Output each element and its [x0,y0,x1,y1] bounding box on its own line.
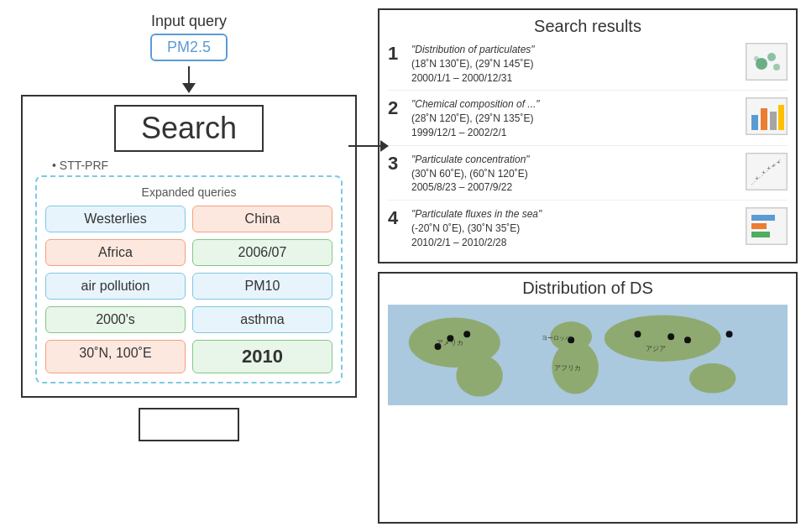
result-date-1: 2000/1/1 – 2000/12/31 [411,72,512,84]
svg-text:+: + [777,159,781,166]
svg-text:アフリカ: アフリカ [554,363,581,371]
map-placeholder: アメリカ アフリカ ヨーロッパ アジア [388,305,788,405]
svg-rect-19 [751,223,767,229]
right-panel: Search results 1 "Distribution of partic… [378,8,798,524]
svg-text:ヨーロッパ: ヨーロッパ [542,335,572,341]
tag-pm10: PM10 [192,273,332,300]
svg-point-23 [456,355,503,397]
svg-text:+: + [772,162,776,170]
result-chart-2 [746,97,788,135]
search-box: Search [114,105,264,152]
search-results-section: Search results 1 "Distribution of partic… [378,8,798,263]
result-item-4: 4 "Particulate fluxes in the sea" (-20˚N… [388,207,788,254]
tags-grid: WesterliesChinaAfrica2006/07air pollutio… [45,206,332,373]
result-coords-1: (18˚N 130˚E), (29˚N 145˚E) [411,58,533,70]
result-title-1: "Distribution of particulates" [411,44,535,55]
result-item-3: 3 "Particulate concentration" (30˚N 60˚E… [388,153,788,201]
distribution-title: Distribution of DS [388,279,788,298]
arrow-right-head [380,140,389,152]
result-chart-1 [746,43,788,81]
input-query-label: Input query [151,13,227,30]
stt-prf-label: • STT-PRF [35,159,343,172]
svg-text:+: + [755,175,759,182]
arrow-right [348,140,389,152]
search-results-title: Search results [388,17,788,36]
result-number-4: 4 [388,207,405,229]
svg-rect-7 [761,108,767,130]
pm25-box: PM2.5 [150,34,228,61]
tag-2010: 2010 [192,340,332,373]
expanded-queries-box: Expanded queries WesterliesChinaAfrica20… [35,175,343,383]
result-item-1: 1 "Distribution of particulates" (18˚N 1… [388,43,788,91]
result-date-2: 1999/12/1 – 2002/2/1 [411,127,506,138]
result-number-3: 3 [388,153,405,175]
svg-point-29 [463,331,470,337]
result-title-3: "Particulate concentration" [411,154,530,165]
svg-point-26 [604,315,721,362]
result-coords-2: (28˚N 120˚E), (29˚N 135˚E) [411,112,533,124]
result-text-3: "Particulate concentration" (30˚N 60˚E),… [411,153,739,195]
result-coords-4: (-20˚N 0˚E), (30˚N 35˚E) [411,222,520,234]
svg-rect-6 [751,115,758,130]
svg-text:+: + [762,169,766,176]
svg-point-3 [773,64,780,70]
svg-text:アメリカ: アメリカ [437,339,463,347]
svg-point-27 [689,362,736,393]
result-number-2: 2 [388,97,405,119]
svg-point-2 [767,53,776,61]
outer-box: Search • STT-PRF Expanded queries Wester… [21,95,357,398]
distribution-section: Distribution of DS [378,272,798,524]
search-box-wrapper: Search [35,105,343,154]
svg-rect-9 [778,105,784,130]
results-container: 1 "Distribution of particulates" (18˚N 1… [388,43,788,255]
tag-china: China [192,206,332,232]
tag-asthma: asthma [192,306,332,333]
svg-point-35 [726,331,733,337]
tag-westerlies: Westerlies [45,206,186,232]
arrow-down-icon [182,83,196,93]
result-chart-3: + + + + + [746,153,788,190]
result-text-4: "Particulate fluxes in the sea" (-20˚N 0… [411,207,739,249]
svg-point-4 [754,56,759,61]
svg-point-33 [667,333,674,340]
result-item-2: 2 "Chemical composition of ..." (28˚N 12… [388,97,788,145]
tag-2000-s: 2000's [45,306,186,333]
tag-air-pollution: air pollution [45,273,186,300]
expanded-queries-label: Expanded queries [45,185,332,199]
result-text-2: "Chemical composition of ..." (28˚N 120˚… [411,97,739,139]
svg-text:アジア: アジア [646,345,666,352]
result-coords-3: (30˚N 60˚E), (60˚N 120˚E) [411,168,528,180]
svg-rect-18 [751,215,775,221]
tag-2006-07: 2006/07 [192,239,332,266]
svg-text:+: + [767,164,771,172]
svg-point-32 [635,331,641,337]
result-date-3: 2005/8/23 – 2007/9/22 [411,181,512,193]
left-panel: Input query PM2.5 Search • STT-PRF Expan… [8,8,369,524]
bottom-connector-box [139,408,239,441]
result-title-2: "Chemical composition of ..." [411,98,540,110]
result-text-1: "Distribution of particulates" (18˚N 130… [411,43,739,85]
result-title-4: "Particulate fluxes in the sea" [411,208,542,220]
svg-point-34 [684,336,691,343]
tag-30-n--100-e: 30˚N, 100˚E [45,340,186,373]
result-date-4: 2010/2/1 – 2010/2/28 [411,237,506,248]
arrow-right-line [348,145,380,147]
tag-africa: Africa [45,239,186,266]
svg-rect-8 [770,112,777,130]
arrow-line-down [188,66,190,83]
result-number-1: 1 [388,43,405,65]
svg-rect-20 [751,232,770,237]
result-chart-4 [746,207,788,245]
